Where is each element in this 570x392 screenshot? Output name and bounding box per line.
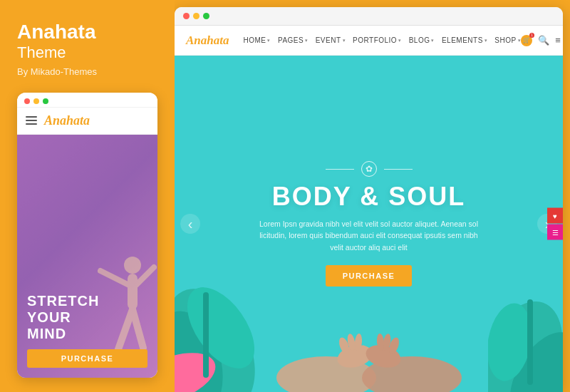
mobile-nav: Anahata (17, 108, 157, 135)
right-sidebar-icons: ♥ ☰ (547, 208, 563, 240)
chevron-down-icon: ▾ (398, 38, 402, 43)
site-nav: Anahata HOME▾ PAGES▾ EVENT▾ PORTFOLIO▾ B… (175, 26, 563, 56)
mobile-hero: STRETCHYOURMIND PURCHASE (17, 135, 157, 378)
hero-divider-top (255, 161, 483, 177)
hero-content: BODY & SOUL Lorem Ipsn gravida nibh vel … (255, 161, 483, 287)
menu-icon[interactable]: ≡ (555, 35, 561, 46)
share-icon-button[interactable]: ☰ (547, 225, 563, 240)
hero-cta-button[interactable]: PURCHASE (326, 265, 413, 287)
cart-badge: 1 (529, 33, 534, 38)
nav-blog[interactable]: BLOG▾ (409, 36, 435, 44)
hero-divider-line-left (326, 169, 354, 170)
hero-description: Lorem Ipsn gravida nibh vel elit velit s… (255, 218, 483, 254)
browser-dot-green (203, 13, 209, 19)
theme-title: Anahata Theme (17, 21, 157, 66)
dot-yellow (33, 98, 39, 104)
hero-leaves-left-svg (175, 221, 260, 392)
hamburger-icon[interactable] (26, 116, 37, 125)
dot-green (43, 98, 48, 104)
cart-icon[interactable]: 🛒 1 (521, 35, 532, 46)
mandala-icon (361, 161, 377, 177)
chevron-down-icon: ▾ (431, 38, 435, 43)
hero-prev-arrow[interactable]: ‹ (180, 214, 200, 234)
site-logo: Anahata (186, 33, 229, 48)
hero-leaves-right-svg (488, 242, 563, 392)
mobile-hero-text: STRETCHYOURMIND (27, 293, 147, 342)
nav-home[interactable]: HOME▾ (243, 36, 271, 44)
site-menu: HOME▾ PAGES▾ EVENT▾ PORTFOLIO▾ BLOG▾ ELE… (243, 36, 521, 44)
chevron-down-icon: ▾ (484, 38, 488, 43)
right-panel: Anahata HOME▾ PAGES▾ EVENT▾ PORTFOLIO▾ B… (175, 7, 563, 392)
nav-shop[interactable]: SHOP▾ (494, 36, 521, 44)
nav-event[interactable]: EVENT▾ (316, 36, 346, 44)
site-hero: BODY & SOUL Lorem Ipsn gravida nibh vel … (175, 56, 563, 392)
browser-dot-red (183, 13, 190, 19)
dot-red (24, 98, 30, 104)
theme-author: By Mikado-Themes (17, 66, 157, 77)
svg-line-4 (100, 271, 129, 285)
nav-portfolio[interactable]: PORTFOLIO▾ (353, 36, 402, 44)
theme-type: Theme (17, 43, 157, 62)
svg-point-0 (124, 257, 141, 274)
chevron-down-icon: ▾ (343, 38, 346, 43)
hero-divider-line-right (384, 169, 413, 170)
mobile-card-header (17, 93, 157, 108)
site-nav-icons: 🛒 1 🔍 ≡ (521, 35, 561, 46)
mobile-brand: Anahata (44, 113, 90, 128)
mobile-text-block: STRETCHYOURMIND (17, 284, 157, 342)
browser-dot-yellow (193, 13, 200, 19)
wishlist-icon-button[interactable]: ♥ (547, 208, 563, 224)
svg-rect-14 (527, 299, 533, 385)
hero-title: BODY & SOUL (255, 182, 483, 211)
mobile-preview-card: Anahata STRETCHYOURMIND PURCHASE (17, 93, 157, 378)
mobile-purchase-button[interactable]: PURCHASE (27, 349, 147, 368)
svg-rect-10 (203, 292, 209, 378)
left-panel: Anahata Theme By Mikado-Themes Anahata (0, 0, 175, 392)
nav-pages[interactable]: PAGES▾ (278, 36, 309, 44)
browser-bar (175, 7, 563, 26)
chevron-down-icon: ▾ (267, 38, 271, 43)
hero-body-svg (241, 306, 497, 392)
theme-name: Anahata (17, 21, 157, 43)
search-icon[interactable]: 🔍 (538, 35, 549, 46)
nav-elements[interactable]: ELEMENTS▾ (442, 36, 487, 44)
chevron-down-icon: ▾ (305, 38, 309, 43)
